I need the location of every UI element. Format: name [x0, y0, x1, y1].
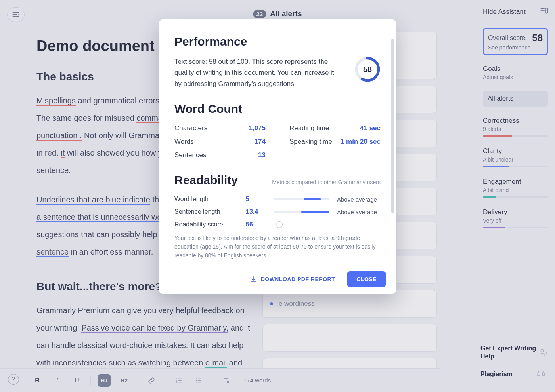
readability-explain: Your text is likely to be understood by … — [174, 234, 381, 260]
perf-description: Text score: 58 out of 100. This score re… — [174, 56, 343, 89]
speaking-time-value: 1 min 20 sec — [341, 138, 381, 146]
performance-modal: Performance Text score: 58 out of 100. T… — [159, 19, 396, 294]
characters-value: 1,075 — [249, 124, 266, 132]
sentence-length-value: 13.4 — [246, 208, 266, 215]
perf-heading: Performance — [174, 35, 381, 48]
sentence-length-slider — [274, 211, 329, 213]
wc-heading: Word Count — [174, 102, 381, 116]
info-icon[interactable]: i — [276, 221, 283, 228]
download-icon — [250, 276, 257, 283]
score-ring-value: 58 — [354, 56, 381, 82]
close-button[interactable]: CLOSE — [347, 271, 386, 287]
scrollbar[interactable] — [391, 39, 394, 213]
words-value: 174 — [255, 138, 266, 146]
score-ring: 58 — [354, 56, 381, 82]
readability-score-value: 56 — [246, 221, 266, 228]
reading-time-value: 41 sec — [360, 124, 381, 132]
download-pdf-button[interactable]: DOWNLOAD PDF REPORT — [250, 276, 335, 283]
word-length-value: 5 — [246, 196, 266, 203]
sentences-value: 13 — [258, 151, 266, 159]
readability-subtitle: Metrics compared to other Grammarly user… — [272, 179, 381, 185]
help-icon[interactable]: ? — [8, 374, 19, 385]
word-length-slider — [274, 198, 329, 200]
readability-heading: Readability — [174, 173, 238, 187]
